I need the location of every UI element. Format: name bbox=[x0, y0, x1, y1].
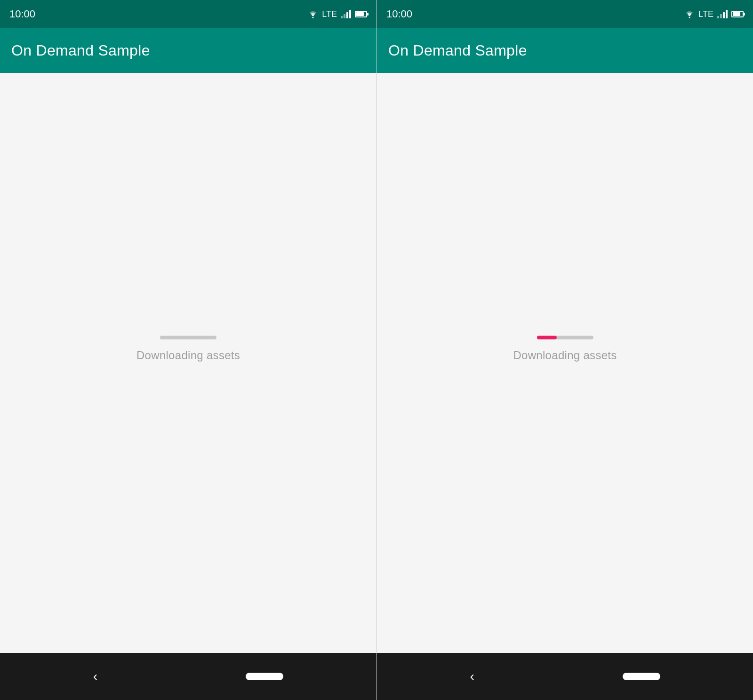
right-app-bar: On Demand Sample bbox=[377, 28, 753, 73]
left-app-bar: On Demand Sample bbox=[0, 28, 376, 73]
right-progress-bar-fill bbox=[537, 336, 556, 339]
right-lte-icon: LTE bbox=[698, 9, 713, 19]
right-battery-icon bbox=[731, 11, 744, 17]
right-home-button[interactable] bbox=[623, 673, 660, 680]
right-app-bar-title: On Demand Sample bbox=[388, 42, 527, 59]
right-status-icons: LTE bbox=[684, 9, 744, 19]
left-battery-icon bbox=[355, 11, 367, 17]
right-status-bar: 10:00 LTE bbox=[377, 0, 753, 28]
left-signal-icon bbox=[341, 10, 351, 18]
right-progress-bar-track bbox=[537, 336, 593, 339]
left-downloading-text: Downloading assets bbox=[136, 349, 240, 362]
left-app-bar-title: On Demand Sample bbox=[11, 42, 150, 59]
right-content-area: Downloading assets bbox=[377, 73, 753, 653]
right-wifi-icon bbox=[684, 10, 695, 18]
left-status-bar: 10:00 LTE bbox=[0, 0, 376, 28]
left-back-button[interactable]: ‹ bbox=[93, 669, 97, 684]
left-content-area: Downloading assets bbox=[0, 73, 376, 653]
left-loading-container: Downloading assets bbox=[136, 336, 240, 362]
left-progress-bar-track bbox=[160, 336, 216, 339]
left-home-button[interactable] bbox=[246, 673, 283, 680]
right-signal-icon bbox=[717, 10, 728, 18]
right-phone-screen: 10:00 LTE bbox=[376, 0, 753, 700]
svg-point-0 bbox=[312, 17, 314, 18]
left-phone-screen: 10:00 LTE bbox=[0, 0, 376, 700]
left-nav-bar: ‹ bbox=[0, 653, 376, 700]
right-loading-container: Downloading assets bbox=[513, 336, 617, 362]
right-back-button[interactable]: ‹ bbox=[470, 669, 474, 684]
right-nav-bar: ‹ bbox=[377, 653, 753, 700]
left-wifi-icon bbox=[308, 10, 318, 18]
left-status-time: 10:00 bbox=[9, 8, 35, 20]
right-downloading-text: Downloading assets bbox=[513, 349, 617, 362]
svg-point-1 bbox=[689, 17, 690, 18]
left-status-icons: LTE bbox=[308, 9, 367, 19]
right-status-time: 10:00 bbox=[386, 8, 412, 20]
left-lte-icon: LTE bbox=[322, 9, 337, 19]
